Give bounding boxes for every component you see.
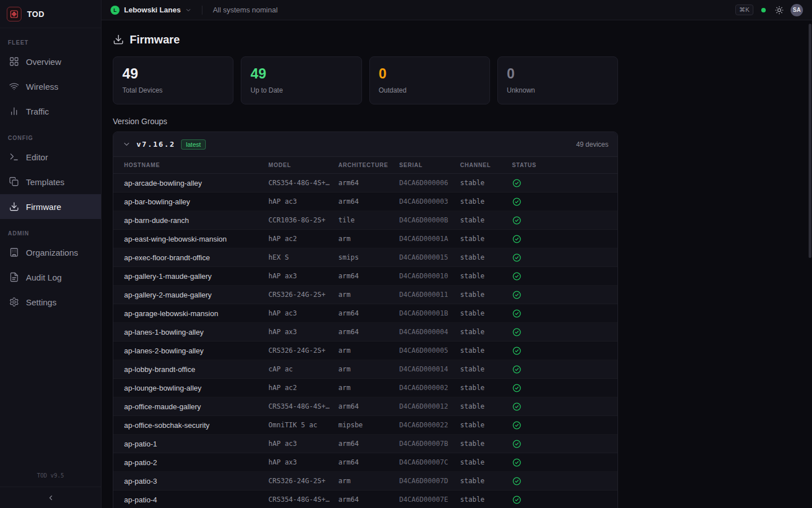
stat-label: Outdated [379,86,480,94]
status-ok-icon [512,346,617,356]
top-header: L Lebowski Lanes All systems nominal ⌘K … [102,0,812,20]
cell-model: CRS354-48G-4S+… [268,402,338,410]
health-dot [761,8,766,12]
version-group-header[interactable]: v7.16.2 latest 49 devices [113,132,617,157]
table-row[interactable]: ap-barn-dude-ranchCCR1036-8G-2S+tileD4CA… [113,211,617,230]
table-row[interactable]: ap-arcade-bowling-alleyCRS354-48G-4S+…ar… [113,174,617,192]
cell-channel: stable [460,458,512,466]
cell-architecture: arm [338,365,399,373]
cell-channel: stable [460,216,512,224]
app-name: TOD [27,10,45,19]
sidebar: TOD FLEET Overview Wireless Traffic CONF… [0,0,102,508]
stat-card-outdated: 0 Outdated [369,56,490,104]
cell-serial: D4CA6D000014 [399,365,460,373]
sidebar-item-templates[interactable]: Templates [0,169,101,194]
org-switcher[interactable]: L Lebowski Lanes [111,6,192,15]
org-avatar: L [111,6,120,15]
latest-badge: latest [181,139,206,150]
cell-hostname: ap-patio-1 [124,440,268,448]
table-row[interactable]: ap-lanes-1-bowling-alleyhAP ax3arm64D4CA… [113,323,617,341]
user-avatar[interactable]: SA [791,4,803,16]
theme-toggle-button[interactable] [774,5,785,16]
cell-hostname: ap-exec-floor-brandt-office [124,253,268,262]
nav-section-label-fleet: FLEET [8,40,93,46]
table-row[interactable]: ap-lobby-brandt-officecAP acarmD4CA6D000… [113,360,617,379]
command-palette-shortcut[interactable]: ⌘K [735,5,753,15]
cell-architecture: arm64 [338,309,399,317]
table-row[interactable]: ap-east-wing-lebowski-mansionhAP ac2armD… [113,230,617,248]
cell-serial: D4CA6D00007C [399,458,460,466]
copy-icon [9,177,19,187]
status-ok-icon [512,421,617,430]
table-row[interactable]: ap-lounge-bowling-alleyhAP ac2armD4CA6D0… [113,379,617,397]
firmware-page-icon [113,34,124,45]
cell-channel: stable [460,347,512,354]
sidebar-collapse-button[interactable] [0,487,101,508]
cell-channel: stable [460,235,512,243]
sidebar-item-traffic[interactable]: Traffic [0,99,101,124]
nav-section-label-config: CONFIG [8,135,93,141]
cell-serial: D4CA6D000006 [399,179,460,187]
table-row[interactable]: ap-patio-2hAP ax3arm64D4CA6D00007Cstable [113,453,617,472]
status-ok-icon [512,178,617,188]
table-row[interactable]: ap-office-sobchak-securityOmniTIK 5 acmi… [113,416,617,435]
status-ok-icon [512,216,617,225]
cell-channel: stable [460,440,512,448]
cell-model: CRS326-24G-2S+ [268,477,338,485]
sidebar-item-label: Organizations [26,248,78,257]
app-window: TOD FLEET Overview Wireless Traffic CONF… [0,0,812,508]
cell-model: hAP ac3 [268,198,338,205]
table-row[interactable]: ap-lanes-2-bowling-alleyCRS326-24G-2S+ar… [113,341,617,360]
cell-architecture: arm [338,291,399,299]
column-header-hostname: HOSTNAME [124,162,268,168]
cell-model: CRS354-48G-4S+… [268,496,338,503]
table-row[interactable]: ap-patio-4CRS354-48G-4S+…arm64D4CA6D0000… [113,491,617,508]
status-ok-icon [512,253,617,262]
sidebar-item-label: Audit Log [26,273,61,282]
cell-model: hAP ac2 [268,384,338,392]
file-text-icon [9,272,19,282]
cell-hostname: ap-bar-bowling-alley [124,198,268,206]
sidebar-item-overview[interactable]: Overview [0,49,101,74]
sidebar-item-organizations[interactable]: Organizations [0,240,101,265]
building-icon [9,247,19,257]
table-row[interactable]: ap-gallery-1-maude-galleryhAP ax3arm64D4… [113,267,617,286]
cell-channel: stable [460,365,512,373]
cell-architecture: arm64 [338,179,399,187]
cell-hostname: ap-garage-lebowski-mansion [124,309,268,318]
cell-model: hAP ax3 [268,328,338,336]
cell-hostname: ap-barn-dude-ranch [124,216,268,225]
cell-architecture: smips [338,253,399,261]
cell-architecture: arm64 [338,458,399,466]
org-name: Lebowski Lanes [124,6,180,14]
cell-hostname: ap-east-wing-lebowski-mansion [124,235,268,243]
table-row[interactable]: ap-garage-lebowski-mansionhAP ac3arm64D4… [113,304,617,323]
app-version: TOD v9.5 [0,472,101,479]
sidebar-item-audit-log[interactable]: Audit Log [0,265,101,290]
sidebar-item-wireless[interactable]: Wireless [0,74,101,99]
table-row[interactable]: ap-exec-floor-brandt-officehEX SsmipsD4C… [113,248,617,267]
sun-icon [775,6,784,15]
cell-hostname: ap-arcade-bowling-alley [124,179,268,187]
sidebar-item-firmware[interactable]: Firmware [0,194,101,219]
sidebar-item-settings[interactable]: Settings [0,290,101,314]
cell-model: CRS326-24G-2S+ [268,291,338,299]
sidebar-item-editor[interactable]: Editor [0,144,101,169]
stats-row: 49 Total Devices 49 Up to Date 0 Outdate… [113,56,618,104]
table-row[interactable]: ap-patio-3CRS326-24G-2S+armD4CA6D00007Ds… [113,472,617,491]
status-ok-icon [512,365,617,374]
sidebar-item-label: Overview [26,57,61,67]
cell-serial: D4CA6D000005 [399,347,460,354]
cell-channel: stable [460,477,512,485]
cell-serial: D4CA6D00001A [399,235,460,243]
cell-architecture: mipsbe [338,421,399,429]
stat-value: 0 [507,65,608,82]
scrollbar[interactable] [809,24,811,258]
stat-label: Unknown [507,86,608,94]
table-row[interactable]: ap-patio-1hAP ac3arm64D4CA6D00007Bstable [113,435,617,453]
app-logo-icon [7,7,21,21]
table-row[interactable]: ap-gallery-2-maude-galleryCRS326-24G-2S+… [113,286,617,304]
column-header-channel: CHANNEL [460,162,512,168]
table-row[interactable]: ap-bar-bowling-alleyhAP ac3arm64D4CA6D00… [113,192,617,211]
table-row[interactable]: ap-office-maude-galleryCRS354-48G-4S+…ar… [113,397,617,416]
